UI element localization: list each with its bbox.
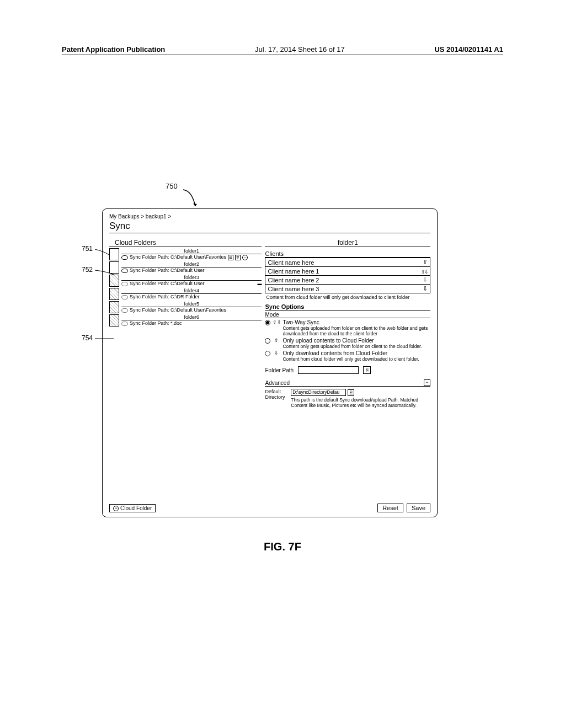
cloud-icon	[121, 282, 128, 286]
arrow-up-icon	[423, 259, 428, 266]
folder-row[interactable]: folder2 Sync Folder Path: C:\Default Use…	[109, 261, 262, 274]
folder-path-text: Sync Folder Path: C:\Default User\Favori…	[130, 307, 226, 313]
bars-icon[interactable]: ☰	[228, 255, 233, 260]
client-name: Client name here 1	[268, 268, 319, 275]
folder-row[interactable]: folder3 Sync Folder Path: C:\Default Use…	[109, 275, 262, 287]
folder-name: folder2	[121, 261, 262, 267]
main-panel: My Backups > backup1 > Sync Cloud Folder…	[102, 208, 438, 517]
folder-name: folder6	[121, 314, 262, 320]
client-list: Client name here Client name here 1 Clie…	[265, 258, 430, 293]
mode-option-download[interactable]: ⇩ Only download contents from Cloud Fold…	[265, 350, 430, 362]
header-right: US 2014/0201141 A1	[434, 45, 503, 53]
advanced-row[interactable]: Advanced −	[265, 379, 430, 387]
clients-heading: Clients	[265, 250, 430, 258]
action-buttons: Reset Save	[377, 504, 430, 512]
mode-heading: Mode	[265, 312, 430, 318]
folder-path-row: Folder Path ⎘	[265, 366, 430, 374]
folder-name: folder1	[121, 248, 262, 254]
client-name: Client name here 2	[268, 277, 319, 283]
gear-icon[interactable]: ✲	[235, 255, 241, 260]
figure-ref-arrow	[182, 188, 204, 210]
mode-desc: Content gets uploaded from folder on cli…	[282, 325, 430, 336]
upload-glyph-icon: ⇧	[273, 338, 280, 343]
arrow-down-dim-icon	[423, 276, 428, 283]
figure-caption: FIG. 7F	[0, 540, 565, 553]
row-extra-icon: ▬	[257, 281, 262, 286]
cloud-folders-panel: Cloud Folders folder1 Sync Folder Path: …	[109, 239, 262, 408]
mode-option-two-way[interactable]: ⇧⇩ Two-Way Sync Content gets uploaded fr…	[265, 319, 430, 336]
radio-icon[interactable]	[265, 338, 270, 344]
arrow-down-icon	[423, 285, 428, 292]
page-header: Patent Application Publication Jul. 17, …	[62, 45, 503, 55]
cloud-icon	[121, 308, 128, 313]
client-row[interactable]: Client name here	[265, 258, 430, 266]
header-left: Patent Application Publication	[62, 45, 165, 53]
header-center: Jul. 17, 2014 Sheet 16 of 17	[255, 45, 345, 53]
folder-path-text: Sync Folder Path: C:\Default User	[130, 281, 205, 286]
default-dir-desc: This path is the default Sync download/u…	[291, 397, 430, 408]
callout-754: 754	[82, 334, 93, 342]
mode-desc: Content from cloud folder will only get …	[282, 356, 430, 362]
callout-752: 752	[82, 266, 93, 274]
cloud-icon	[121, 322, 128, 326]
client-note: Content from cloud folder will only get …	[266, 295, 430, 300]
sync-options-heading: Sync Options	[265, 303, 430, 311]
advanced-label: Advanced	[265, 380, 289, 386]
client-row[interactable]: Client name here 3	[265, 284, 430, 293]
client-name: Client name here	[268, 259, 314, 266]
cloud-icon	[121, 269, 128, 273]
download-glyph-icon: ⇩	[273, 350, 280, 356]
folder-path-text: Sync Folder Path: C:\DR Folder	[130, 294, 200, 299]
mode-option-upload[interactable]: ⇧ Only upload contents to Cloud Folder C…	[265, 338, 430, 349]
folder-row[interactable]: folder4 Sync Folder Path: C:\DR Folder	[109, 288, 262, 300]
folder-path-input[interactable]	[298, 366, 359, 374]
client-row[interactable]: Client name here 1	[265, 266, 430, 275]
cloud-icon	[121, 295, 128, 299]
browse-default-dir-icon[interactable]: ⎘	[348, 389, 354, 396]
figure-ref-750: 750	[166, 182, 178, 190]
callout-751: 751	[82, 245, 93, 253]
folder-row[interactable]: folder5 Sync Folder Path: C:\Default Use…	[109, 301, 262, 313]
breadcrumb[interactable]: My Backups > backup1 >	[109, 213, 430, 220]
arrow-both-icon	[421, 268, 428, 275]
folder-thumb-icon	[109, 275, 119, 287]
default-dir-label: Default Directory	[265, 389, 285, 408]
add-cloud-folder-label: Cloud Folder	[120, 505, 152, 511]
selected-folder-title: folder1	[265, 239, 430, 247]
folder-thumb-icon	[109, 301, 119, 313]
folder-thumb-icon	[109, 288, 119, 300]
collapse-icon[interactable]: −	[424, 379, 430, 386]
default-dir-input[interactable]: D:\syncDirectoryDefau	[291, 389, 346, 396]
folder-path-text: Sync Folder Path: C:\Default User\Favori…	[130, 254, 226, 260]
page-title: Sync	[109, 221, 430, 233]
folder-path-text: Sync Folder Path: *.doc	[130, 320, 182, 326]
client-row[interactable]: Client name here 2	[265, 275, 430, 284]
mode-title: Only upload contents to Cloud Folder	[282, 338, 430, 344]
details-panel: folder1 Clients Client name here Client …	[265, 239, 430, 408]
cloud-folders-heading: Cloud Folders	[109, 239, 262, 247]
add-cloud-folder-button[interactable]: + Cloud Folder	[109, 504, 156, 512]
cloud-icon	[121, 255, 128, 260]
plus-icon: +	[113, 506, 119, 511]
radio-icon[interactable]	[265, 351, 270, 356]
folder-thumb-icon	[109, 314, 119, 326]
folder-row[interactable]: folder6 Sync Folder Path: *.doc	[109, 314, 262, 326]
mode-desc: Content only gets uploaded from folder o…	[282, 344, 430, 349]
browse-folder-icon[interactable]: ⎘	[363, 366, 371, 374]
two-way-glyph-icon: ⇧⇩	[273, 319, 280, 325]
folder-path-text: Sync Folder Path: C:\Default User	[130, 267, 205, 273]
folder-name: folder5	[121, 301, 262, 307]
folder-thumb-icon	[109, 261, 119, 274]
mode-title: Only download contents from Cloud Folder	[282, 350, 430, 356]
save-button[interactable]: Save	[407, 504, 430, 512]
radio-icon[interactable]	[265, 320, 270, 325]
client-name: Client name here 3	[268, 286, 319, 292]
folder-thumb-icon	[109, 248, 119, 260]
default-directory-row: Default Directory D:\syncDirectoryDefau …	[265, 389, 430, 408]
folder-name: folder3	[121, 275, 262, 281]
folder-row[interactable]: folder1 Sync Folder Path: C:\Default Use…	[109, 248, 262, 260]
mode-title: Two-Way Sync	[282, 319, 430, 325]
folder-name: folder4	[121, 288, 262, 294]
minus-icon[interactable]: −	[242, 255, 248, 260]
reset-button[interactable]: Reset	[377, 504, 403, 512]
